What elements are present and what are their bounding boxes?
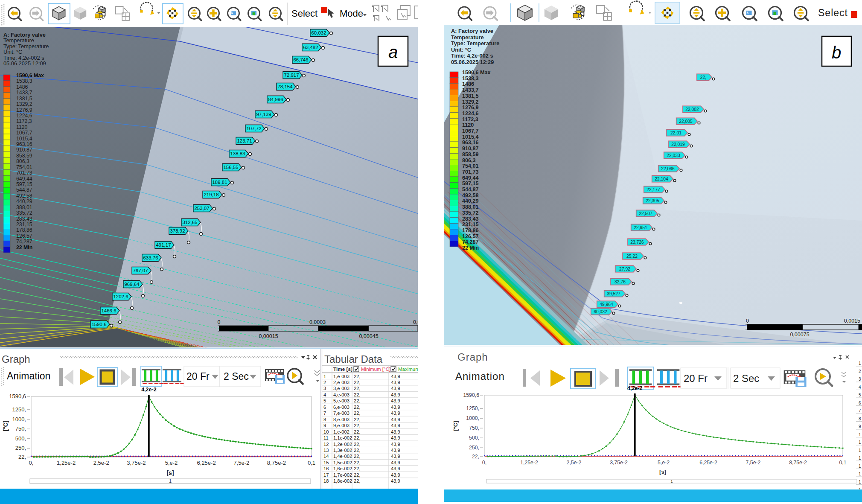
svg-text:1466,6: 1466,6	[101, 308, 116, 313]
svg-text:1590,6 Max: 1590,6 Max	[16, 73, 44, 79]
svg-text:22,033: 22,033	[667, 153, 680, 158]
svg-text:250,: 250,	[15, 445, 26, 451]
svg-text:910,87: 910,87	[462, 146, 479, 151]
svg-text:767,07: 767,07	[133, 268, 148, 273]
svg-text:754,01: 754,01	[462, 163, 479, 169]
svg-text:1329,2: 1329,2	[462, 99, 479, 105]
svg-text:22,: 22,	[354, 423, 361, 428]
svg-text:2: 2	[323, 380, 326, 385]
svg-text:3: 3	[859, 377, 861, 382]
svg-text:2,5e-2: 2,5e-2	[567, 460, 582, 466]
svg-text:22,: 22,	[354, 392, 361, 397]
svg-text:72,917: 72,917	[284, 73, 299, 78]
svg-text:500,: 500,	[15, 435, 26, 442]
svg-text:Graph: Graph	[2, 353, 30, 365]
svg-text:5: 5	[859, 393, 861, 397]
svg-text:701,73: 701,73	[16, 170, 32, 176]
svg-text:22,: 22,	[354, 448, 361, 453]
svg-text:5,e-003: 5,e-003	[333, 398, 349, 403]
svg-text:649,44: 649,44	[16, 176, 32, 182]
svg-text:5,e-2: 5,e-2	[658, 460, 670, 466]
svg-text:22,002: 22,002	[685, 107, 699, 112]
svg-text:335,72: 335,72	[462, 210, 479, 216]
svg-text:388,01: 388,01	[462, 204, 479, 210]
svg-text:43,9: 43,9	[391, 405, 400, 410]
svg-text:1250,: 1250,	[12, 406, 26, 413]
svg-text:66,746: 66,746	[293, 57, 308, 62]
svg-text:4: 4	[323, 392, 326, 397]
svg-text:Time: 4,2e-002 s: Time: 4,2e-002 s	[451, 52, 493, 59]
svg-text:23,726: 23,726	[630, 240, 644, 245]
svg-text:649,44: 649,44	[462, 175, 479, 181]
svg-text:22,951: 22,951	[634, 225, 647, 230]
svg-text:7: 7	[859, 408, 861, 413]
svg-text:74,287: 74,287	[462, 239, 479, 245]
svg-text:701,73: 701,73	[462, 169, 479, 175]
svg-text:63,482: 63,482	[303, 45, 318, 50]
svg-text:1224,6: 1224,6	[462, 111, 479, 117]
svg-text:22 Min: 22 Min	[16, 245, 32, 251]
svg-text:12: 12	[323, 442, 329, 447]
svg-text:1590,6: 1590,6	[91, 322, 106, 327]
svg-text:Select: Select	[291, 8, 317, 19]
svg-text:Unit: °C: Unit: °C	[451, 47, 471, 53]
svg-text:05.06.2025 12:09: 05.06.2025 12:09	[3, 60, 46, 67]
svg-text:97,139: 97,139	[256, 112, 271, 117]
svg-text:1538,3: 1538,3	[462, 76, 479, 82]
svg-text:9: 9	[323, 423, 326, 428]
svg-text:3,75e-2: 3,75e-2	[127, 460, 146, 466]
svg-text:05.06.2025 12:29: 05.06.2025 12:29	[451, 59, 494, 65]
svg-text:22,: 22,	[354, 405, 361, 410]
svg-text:7,5e-2: 7,5e-2	[233, 460, 249, 466]
svg-text:0,0: 0,0	[413, 319, 418, 325]
svg-text:84,996: 84,996	[268, 97, 283, 102]
svg-text:22,104: 22,104	[655, 177, 668, 181]
svg-text:1381,5: 1381,5	[16, 96, 32, 102]
svg-text:8,e-003: 8,e-003	[333, 417, 349, 422]
svg-text:[s]: [s]	[166, 469, 174, 476]
svg-text:283,43: 283,43	[462, 216, 479, 222]
svg-text:22,: 22,	[354, 460, 361, 465]
svg-text:[s]: [s]	[659, 469, 666, 475]
svg-text:9: 9	[859, 424, 861, 429]
svg-text:22,177: 22,177	[646, 187, 660, 192]
svg-text:1276,9: 1276,9	[462, 105, 479, 111]
svg-text:22,: 22,	[354, 454, 361, 459]
svg-text:1433,7: 1433,7	[16, 90, 32, 96]
svg-text:0,0015: 0,0015	[844, 318, 860, 324]
svg-text:2 Sec: 2 Sec	[733, 373, 759, 384]
svg-text:312,65: 312,65	[182, 220, 197, 225]
svg-text:25,22: 25,22	[626, 254, 638, 259]
svg-text:22,: 22,	[472, 454, 479, 460]
svg-text:7,e-003: 7,e-003	[333, 411, 349, 416]
svg-text:491,17: 491,17	[156, 242, 171, 248]
svg-text:22,: 22,	[354, 411, 361, 416]
svg-text:1000,: 1000,	[466, 415, 479, 421]
svg-text:1329,2: 1329,2	[16, 101, 32, 107]
svg-text:1: 1	[859, 440, 861, 445]
svg-text:43,9: 43,9	[391, 423, 400, 428]
svg-text:1,1e-002: 1,1e-002	[333, 435, 352, 440]
svg-text:22,: 22,	[354, 472, 361, 478]
svg-text:1: 1	[169, 478, 172, 484]
svg-text:4,2e-2: 4,2e-2	[141, 387, 156, 393]
svg-text:156,55: 156,55	[223, 165, 238, 170]
svg-text:1: 1	[323, 374, 326, 379]
svg-text:43,9: 43,9	[391, 392, 400, 397]
svg-text:43,9: 43,9	[391, 435, 400, 440]
svg-text:750,: 750,	[15, 425, 26, 432]
svg-text:3,e-003: 3,e-003	[333, 386, 349, 391]
svg-text:43,9: 43,9	[391, 429, 400, 434]
svg-text:43,9: 43,9	[391, 374, 400, 379]
svg-text:1276,9: 1276,9	[16, 107, 32, 113]
svg-text:107,72: 107,72	[246, 126, 261, 131]
svg-text:8,75e-2: 8,75e-2	[267, 460, 286, 466]
svg-text:1538,3: 1538,3	[16, 78, 32, 84]
svg-text:43,9: 43,9	[391, 386, 400, 391]
svg-text:1120: 1120	[462, 122, 474, 128]
svg-text:492,58: 492,58	[16, 193, 32, 199]
svg-text:49,964: 49,964	[600, 302, 613, 307]
svg-text:Graph: Graph	[457, 351, 488, 363]
svg-text:806,3: 806,3	[462, 157, 476, 163]
svg-text:1486: 1486	[462, 81, 474, 87]
